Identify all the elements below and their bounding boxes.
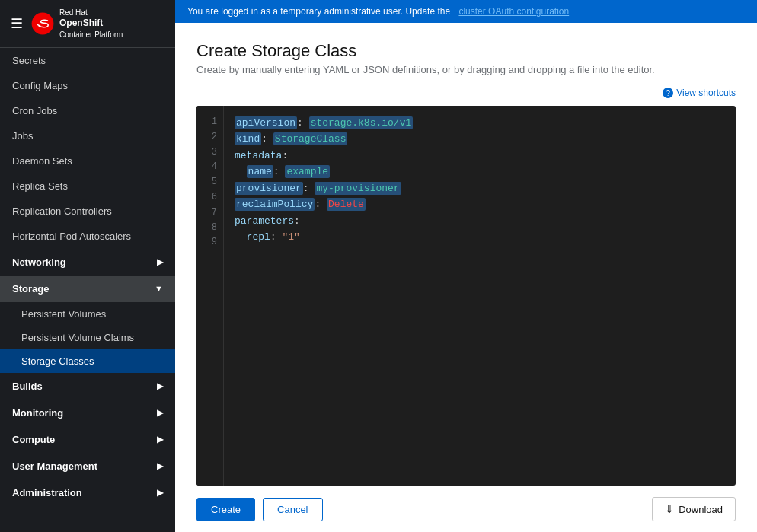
- sidebar-item-replica-sets[interactable]: Replica Sets: [0, 174, 175, 199]
- page-title: Create Storage Class: [196, 41, 736, 61]
- chevron-down-icon: ▼: [155, 284, 163, 293]
- editor-header: ? View shortcuts: [196, 88, 736, 103]
- line-numbers: 1 2 3 4 5 6 7 8 9: [196, 106, 224, 486]
- redhat-logo: [30, 11, 55, 36]
- code-editor[interactable]: 1 2 3 4 5 6 7 8 9 apiVersion: storage.k8…: [196, 106, 736, 486]
- sidebar-header: ☰ Red Hat OpenShift Container Platform: [0, 0, 175, 48]
- sidebar-scroll: Secrets Config Maps Cron Jobs Jobs Daemo…: [0, 48, 175, 532]
- svg-point-0: [32, 12, 54, 34]
- sidebar-item-builds[interactable]: Builds ▶: [0, 373, 175, 400]
- question-icon: ?: [663, 88, 673, 98]
- sidebar-item-user-management[interactable]: User Management ▶: [0, 453, 175, 479]
- download-button[interactable]: ⇓ Download: [652, 497, 736, 521]
- chevron-right-icon-user-management: ▶: [157, 461, 163, 471]
- footer-left: Create Cancel: [196, 498, 323, 521]
- sidebar-item-administration[interactable]: Administration ▶: [0, 479, 175, 506]
- sidebar: ☰ Red Hat OpenShift Container Platform S…: [0, 0, 175, 532]
- page-subtitle: Create by manually entering YAML or JSON…: [196, 64, 736, 75]
- logo-text: Red Hat OpenShift Container Platform: [59, 8, 123, 40]
- sidebar-item-cron-jobs[interactable]: Cron Jobs: [0, 98, 175, 123]
- code-content[interactable]: apiVersion: storage.k8s.io/v1 kind: Stor…: [224, 106, 736, 486]
- sidebar-item-persistent-volume-claims[interactable]: Persistent Volume Claims: [0, 326, 175, 349]
- download-icon: ⇓: [665, 503, 674, 515]
- create-button[interactable]: Create: [196, 498, 255, 521]
- chevron-right-icon-compute: ▶: [157, 435, 163, 444]
- shortcuts-link[interactable]: ? View shortcuts: [663, 88, 736, 98]
- chevron-right-icon: ▶: [157, 257, 163, 267]
- page-area: Create Storage Class Create by manually …: [175, 23, 757, 486]
- banner-link[interactable]: cluster OAuth configuration: [458, 6, 569, 17]
- sidebar-item-horizontal-pod-autoscalers[interactable]: Horizontal Pod Autoscalers: [0, 224, 175, 249]
- main-content: You are logged in as a temporary adminis…: [175, 0, 757, 532]
- sidebar-item-compute[interactable]: Compute ▶: [0, 426, 175, 453]
- sidebar-item-replication-controllers[interactable]: Replication Controllers: [0, 199, 175, 224]
- shortcuts-label: View shortcuts: [676, 88, 736, 98]
- cancel-button[interactable]: Cancel: [263, 498, 322, 521]
- page-footer: Create Cancel ⇓ Download: [175, 486, 757, 532]
- sidebar-item-persistent-volumes[interactable]: Persistent Volumes: [0, 302, 175, 326]
- sidebar-item-daemon-sets[interactable]: Daemon Sets: [0, 148, 175, 174]
- sidebar-item-storage[interactable]: Storage ▼: [0, 276, 175, 302]
- chevron-right-icon-monitoring: ▶: [157, 408, 163, 418]
- banner-message: You are logged in as a temporary adminis…: [187, 6, 450, 17]
- sidebar-item-storage-classes[interactable]: Storage Classes: [0, 349, 175, 373]
- sidebar-item-networking[interactable]: Networking ▶: [0, 249, 175, 276]
- banner: You are logged in as a temporary adminis…: [175, 0, 757, 23]
- sidebar-item-jobs[interactable]: Jobs: [0, 123, 175, 148]
- sidebar-item-secrets[interactable]: Secrets: [0, 48, 175, 73]
- sidebar-item-monitoring[interactable]: Monitoring ▶: [0, 400, 175, 426]
- logo-area: Red Hat OpenShift Container Platform: [30, 8, 123, 40]
- chevron-right-icon-administration: ▶: [157, 488, 163, 498]
- chevron-right-icon-builds: ▶: [157, 381, 163, 391]
- sidebar-item-config-maps[interactable]: Config Maps: [0, 73, 175, 98]
- hamburger-icon[interactable]: ☰: [11, 15, 23, 32]
